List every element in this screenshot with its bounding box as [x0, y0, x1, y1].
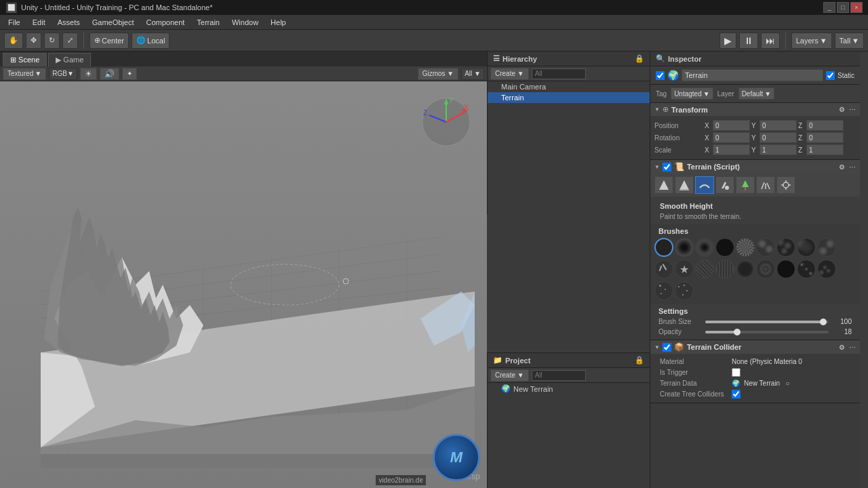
collider-enabled[interactable]	[663, 343, 671, 352]
terrain-tool-settings[interactable]	[776, 176, 795, 194]
brush-8[interactable]	[817, 238, 836, 257]
space-btn[interactable]: 🌐 Local	[132, 33, 170, 49]
main-area: ⊞ Scene ▶ Game Textured ▼ RGB ▼ ☀ 🔊 ✦	[0, 52, 868, 488]
brush-7[interactable]	[797, 238, 816, 257]
opacity-fill	[705, 331, 736, 333]
obj-enabled-checkbox[interactable]	[656, 71, 665, 80]
terrain-script-enabled[interactable]	[663, 163, 671, 171]
menu-terrain[interactable]: Terrain	[191, 17, 225, 28]
transform-header[interactable]: ▼ ⊕ Transform ⚙ ⋯	[650, 103, 860, 116]
brush-4[interactable]	[736, 238, 755, 257]
brush-size-thumb[interactable]	[820, 319, 827, 325]
terrain-script-header[interactable]: ▼ 📜 Terrain (Script) ⚙ ⋯	[650, 160, 860, 174]
create-tree-checkbox[interactable]	[732, 390, 741, 399]
toolbar-right: ▶ ⏸ ⏭ Layers ▼ Tall ▼	[719, 33, 864, 49]
pos-y-input[interactable]	[760, 120, 797, 131]
hand-tool[interactable]: ✋	[4, 33, 23, 49]
brush-5[interactable]	[756, 238, 775, 257]
pos-z-input[interactable]	[806, 120, 844, 131]
lighting-btn[interactable]: ☀	[80, 68, 97, 80]
project-create-btn[interactable]: Create ▼	[490, 369, 529, 382]
brush-0[interactable]	[654, 238, 673, 257]
tag-dropdown[interactable]: Untagted ▼	[671, 87, 713, 100]
view-mode-btn[interactable]: Textured ▼	[3, 68, 46, 80]
is-trigger-checkbox[interactable]	[732, 368, 741, 377]
layers-dropdown[interactable]: Layers ▼	[791, 33, 832, 49]
terrain-tool-smooth[interactable]	[695, 176, 714, 194]
project-search[interactable]	[532, 370, 586, 381]
layer-dropdown[interactable]: Default ▼	[738, 87, 775, 100]
step-btn[interactable]: ⏭	[761, 33, 780, 49]
scale-y-input[interactable]	[760, 144, 797, 155]
minimize-btn[interactable]: _	[823, 2, 835, 13]
opacity-thumb[interactable]	[734, 329, 741, 336]
layout-dropdown[interactable]: Tall ▼	[835, 33, 864, 49]
brush-17[interactable]	[817, 260, 836, 279]
menu-gameobject[interactable]: GameObject	[87, 17, 140, 28]
scale-z-input[interactable]	[806, 144, 844, 155]
rot-y-input[interactable]	[760, 132, 797, 143]
move-tool[interactable]: ✥	[26, 33, 41, 49]
brush-1[interactable]	[675, 238, 694, 257]
brush-9[interactable]	[654, 260, 673, 279]
terrain-tool-details[interactable]	[756, 176, 775, 194]
pivot-btn[interactable]: ⊕ Center	[90, 33, 129, 49]
menu-file[interactable]: File	[3, 17, 26, 28]
hierarchy-item-terrain[interactable]: Terrain	[488, 92, 650, 103]
brush-11[interactable]	[695, 260, 714, 279]
maximize-btn[interactable]: □	[837, 2, 849, 13]
brush-14[interactable]	[756, 260, 775, 279]
terrain-collider-header[interactable]: ▼ 📦 Terrain Collider ⚙ ⋯	[650, 340, 860, 354]
brush-size-slider[interactable]	[705, 321, 829, 323]
brush-12[interactable]	[715, 260, 734, 279]
audio-btn[interactable]: 🔊	[100, 68, 119, 80]
hierarchy-create-btn[interactable]: Create ▼	[490, 68, 529, 80]
menu-assets[interactable]: Assets	[52, 17, 85, 28]
scale-tool[interactable]: ⤢	[62, 33, 78, 49]
terrain-tool-paint[interactable]	[715, 176, 734, 194]
terrain-tool-paint-height[interactable]	[675, 176, 694, 194]
static-checkbox[interactable]	[826, 71, 835, 80]
all-btn[interactable]: All ▼	[461, 68, 484, 80]
pause-btn[interactable]: ⏸	[739, 33, 758, 49]
gizmos-btn[interactable]: Gizmos ▼	[418, 68, 459, 80]
pos-x-input[interactable]	[713, 120, 750, 131]
menu-component[interactable]: Component	[140, 17, 190, 28]
brush-18[interactable]	[654, 281, 673, 300]
obj-name-input[interactable]	[682, 69, 823, 81]
hierarchy-icon: ☰	[493, 54, 500, 63]
collider-title: Terrain Collider	[687, 343, 741, 351]
brush-10[interactable]: ★	[675, 260, 694, 279]
opacity-slider[interactable]	[705, 331, 829, 333]
viewport[interactable]: Y X Z Persp M video2brain.de	[0, 81, 487, 488]
brush-15[interactable]	[776, 260, 795, 279]
terrain-tool-raise[interactable]	[654, 176, 673, 194]
position-row: Position X Y Z	[654, 120, 856, 131]
brush-16[interactable]	[797, 260, 816, 279]
effects-btn[interactable]: ✦	[122, 68, 137, 80]
close-btn[interactable]: ×	[850, 2, 863, 13]
hierarchy-search[interactable]	[532, 68, 586, 79]
brush-19[interactable]	[675, 281, 694, 300]
transform-gear-icon: ⋯	[849, 106, 856, 113]
tab-game[interactable]: ▶ Game	[48, 53, 91, 66]
menu-window[interactable]: Window	[226, 17, 264, 28]
menu-help[interactable]: Help	[265, 17, 292, 28]
rot-x-input[interactable]	[713, 132, 750, 143]
brush-3[interactable]	[715, 238, 734, 257]
project-item-terrain[interactable]: 🌍 New Terrain	[488, 383, 650, 394]
color-mode-btn[interactable]: RGB ▼	[49, 68, 77, 80]
menu-edit[interactable]: Edit	[27, 17, 51, 28]
tab-scene[interactable]: ⊞ Scene	[3, 53, 47, 66]
brushes-row-1	[654, 237, 856, 258]
brush-2[interactable]	[695, 238, 714, 257]
scale-x-input[interactable]	[713, 144, 750, 155]
hierarchy-lock-icon: 🔒	[635, 54, 644, 63]
brush-13[interactable]	[736, 260, 755, 279]
rotate-tool[interactable]: ↻	[44, 33, 60, 49]
terrain-tool-trees[interactable]	[736, 176, 755, 194]
hierarchy-item-camera[interactable]: Main Camera	[488, 81, 650, 92]
brush-6[interactable]	[776, 238, 795, 257]
play-btn[interactable]: ▶	[719, 33, 736, 49]
rot-z-input[interactable]	[806, 132, 844, 143]
